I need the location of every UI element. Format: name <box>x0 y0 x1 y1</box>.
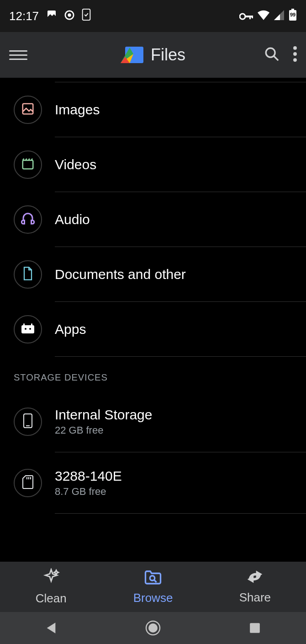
nav-clean[interactable]: Clean <box>0 562 102 612</box>
category-label: Documents and other <box>55 267 297 282</box>
svg-line-29 <box>154 580 157 583</box>
status-left: 12:17 <box>9 9 91 24</box>
svg-rect-5 <box>245 16 252 17</box>
category-label: Images <box>55 102 297 118</box>
clean-icon <box>42 568 60 589</box>
vpn-key-icon <box>239 9 253 23</box>
svg-rect-21 <box>23 323 25 326</box>
audio-icon <box>21 212 35 227</box>
category-row[interactable] <box>0 78 306 82</box>
svg-point-14 <box>293 52 297 56</box>
apps-icon <box>21 322 35 336</box>
status-right: 99 <box>239 9 297 24</box>
nav-browse[interactable]: Browse <box>102 562 204 612</box>
category-label: Audio <box>55 212 297 227</box>
category-label: Videos <box>55 157 297 172</box>
nav-label: Browse <box>133 591 173 605</box>
nav-share[interactable]: Share <box>204 562 306 612</box>
storage-free: 8.7 GB free <box>55 486 297 498</box>
images-icon <box>21 102 35 118</box>
category-videos[interactable]: Videos <box>0 137 306 192</box>
category-label: Apps <box>55 322 297 337</box>
svg-point-31 <box>148 623 158 633</box>
storage-internal[interactable]: Internal Storage 22 GB free <box>0 391 306 452</box>
status-bar: 12:17 99 <box>0 0 306 32</box>
svg-rect-8 <box>291 9 294 10</box>
storage-sdcard[interactable]: 3288-140E 8.7 GB free <box>0 452 306 514</box>
svg-rect-3 <box>83 9 90 20</box>
svg-rect-32 <box>250 623 260 633</box>
recent-apps-button[interactable] <box>247 620 263 636</box>
app-title-wrap: Files <box>121 45 185 65</box>
category-audio[interactable]: Audio <box>0 192 306 247</box>
signal-icon <box>274 9 284 23</box>
search-button[interactable] <box>264 46 280 64</box>
app-bar: Files <box>0 32 306 78</box>
nav-label: Clean <box>36 591 67 606</box>
record-icon <box>64 9 74 23</box>
nav-label: Share <box>239 590 271 605</box>
svg-rect-6 <box>249 16 251 19</box>
category-documents[interactable]: Documents and other <box>0 247 306 302</box>
svg-rect-22 <box>31 323 32 326</box>
browse-content[interactable]: Images Videos Audio <box>0 78 306 562</box>
svg-point-11 <box>266 48 275 57</box>
back-button[interactable] <box>43 620 59 636</box>
home-button[interactable] <box>145 620 161 636</box>
svg-rect-18 <box>21 325 34 333</box>
videos-icon <box>21 157 35 172</box>
svg-point-28 <box>150 576 155 581</box>
menu-button[interactable] <box>9 46 27 64</box>
sd-card-icon <box>22 475 34 491</box>
battery-icon: 99 <box>289 9 297 24</box>
svg-point-15 <box>293 58 297 62</box>
storage-name: Internal Storage <box>55 407 297 423</box>
category-apps[interactable]: Apps <box>0 302 306 357</box>
svg-point-2 <box>68 13 71 16</box>
storage-name: 3288-140E <box>55 468 297 484</box>
share-icon <box>246 569 264 588</box>
wifi-icon <box>258 9 269 23</box>
svg-line-12 <box>274 56 278 60</box>
storage-section-header: STORAGE DEVICES <box>0 357 306 391</box>
svg-point-4 <box>240 14 245 19</box>
image-icon <box>46 9 57 23</box>
status-time: 12:17 <box>9 9 39 23</box>
svg-point-19 <box>25 328 26 330</box>
svg-point-13 <box>293 46 297 50</box>
bottom-nav: Clean Browse Share <box>0 562 306 612</box>
battery-level: 99 <box>289 12 297 17</box>
svg-rect-16 <box>23 104 33 114</box>
svg-rect-7 <box>252 16 253 18</box>
svg-point-20 <box>29 328 31 330</box>
category-images[interactable]: Images <box>0 82 306 137</box>
files-app-icon <box>121 45 143 65</box>
documents-icon <box>21 266 34 283</box>
system-nav-bar <box>0 612 306 644</box>
storage-free: 22 GB free <box>55 424 297 436</box>
phone-check-icon <box>82 9 91 24</box>
browse-icon <box>143 569 163 588</box>
svg-rect-17 <box>23 161 33 169</box>
phone-storage-icon <box>23 413 33 430</box>
more-options-button[interactable] <box>293 46 297 64</box>
app-title: Files <box>151 45 185 64</box>
